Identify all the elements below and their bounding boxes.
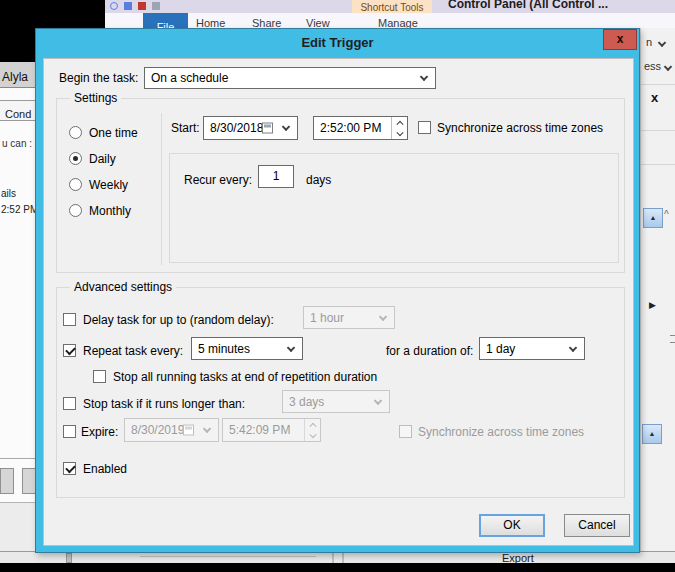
shortcut-tools-tab[interactable]: Shortcut Tools xyxy=(352,0,432,13)
tab-view[interactable]: View xyxy=(306,17,330,28)
background-left-pane: Alyla Cond u can : ails 2:52 PM xyxy=(0,0,35,572)
spinner xyxy=(304,419,320,441)
start-date-value: 8/30/2018 xyxy=(210,121,263,135)
tab-share[interactable]: Share xyxy=(252,17,281,28)
back-icon[interactable] xyxy=(110,2,118,10)
duration-label: for a duration of: xyxy=(386,344,473,358)
repeat-label: Repeat task every: xyxy=(83,344,183,358)
expand-right-icon[interactable]: ▶ xyxy=(649,300,656,310)
scroll-up-button[interactable]: ▲ xyxy=(643,208,663,228)
close-icon: x xyxy=(617,32,624,46)
chevron-down-icon xyxy=(374,396,382,404)
start-time-spinner[interactable]: 2:52:00 PM xyxy=(313,116,408,140)
stop-longer-checkbox[interactable] xyxy=(63,397,76,410)
background-right-pane: n ess x ▲ ^ ▶ ▲ xyxy=(640,28,675,551)
expire-label: Expire: xyxy=(81,425,118,439)
begin-task-label: Begin the task: xyxy=(59,71,138,85)
caret-icon: ^ xyxy=(664,209,669,220)
background-window-tab-stub[interactable]: Alyla xyxy=(0,62,35,88)
radio-weekly-label: Weekly xyxy=(89,178,128,192)
radio-monthly[interactable] xyxy=(69,204,82,217)
recur-input[interactable]: 1 xyxy=(258,165,294,188)
chevron-up-icon xyxy=(396,120,403,127)
chevron-down-icon xyxy=(203,425,211,433)
advanced-settings-legend: Advanced settings xyxy=(70,280,176,294)
background-window-title: Control Panel (All Control ... xyxy=(448,0,675,13)
start-date-picker[interactable]: 8/30/2018 xyxy=(203,116,298,140)
conditions-tab-stub[interactable]: Cond xyxy=(0,100,38,121)
chevron-down-icon xyxy=(420,73,428,81)
sync-timezones-checkbox[interactable] xyxy=(418,121,431,134)
divider xyxy=(0,458,35,459)
expire-time-spinner: 5:42:09 PM xyxy=(222,418,321,442)
radio-weekly[interactable] xyxy=(69,178,82,191)
easy-access-stub[interactable]: ess xyxy=(644,60,661,72)
recur-label: Recur every: xyxy=(184,173,252,187)
settings-legend: Settings xyxy=(70,91,121,105)
spin-down-button[interactable] xyxy=(392,128,407,139)
duration-select[interactable]: 1 day xyxy=(479,337,585,360)
stop-longer-value: 3 days xyxy=(289,395,324,409)
start-time-value: 2:52:00 PM xyxy=(320,121,381,135)
qat-save-icon[interactable] xyxy=(138,2,146,10)
dialog-title: Edit Trigger xyxy=(36,29,639,57)
repeat-interval-value: 5 minutes xyxy=(198,342,250,356)
cancel-button[interactable]: Cancel xyxy=(564,514,630,537)
repeat-checkbox[interactable] xyxy=(63,344,76,357)
ok-button[interactable]: OK xyxy=(479,514,545,537)
delay-select: 1 hour xyxy=(303,306,395,329)
chevron-down-icon xyxy=(287,343,295,351)
divider xyxy=(66,553,72,563)
screen: Shortcut Tools Control Panel (All Contro… xyxy=(0,0,675,572)
radio-daily[interactable] xyxy=(69,152,82,165)
stop-all-checkbox[interactable] xyxy=(93,370,106,383)
divider xyxy=(641,84,675,85)
divider xyxy=(140,556,316,557)
background-strip xyxy=(0,503,35,551)
tab-file[interactable]: File xyxy=(143,13,188,28)
close-button[interactable]: x xyxy=(603,29,637,50)
repeat-interval-select[interactable]: 5 minutes xyxy=(191,337,303,360)
background-black-region xyxy=(0,0,35,62)
pane-close-button[interactable]: x xyxy=(651,90,658,105)
background-black-region xyxy=(0,563,675,572)
delay-label: Delay task for up to (random delay): xyxy=(83,313,274,327)
begin-task-select[interactable]: On a schedule xyxy=(144,67,436,89)
stop-longer-label: Stop task if it runs longer than: xyxy=(83,397,245,411)
scroll-up-button[interactable]: ▲ xyxy=(642,424,662,444)
stop-all-label: Stop all running tasks at end of repetit… xyxy=(113,370,377,384)
tab-home[interactable]: Home xyxy=(196,17,225,28)
qat-misc-icon[interactable] xyxy=(152,2,160,10)
chevron-down-icon xyxy=(664,63,672,71)
calendar-icon xyxy=(183,425,194,436)
grip-icon[interactable] xyxy=(670,335,675,343)
spinner xyxy=(391,117,407,139)
calendar-icon xyxy=(262,123,273,134)
chevron-down-icon xyxy=(396,129,403,136)
shortcut-tools-label: Shortcut Tools xyxy=(360,2,423,13)
delay-value: 1 hour xyxy=(310,311,344,325)
background-button-fragment xyxy=(0,468,14,494)
ribbon-tab-row: File Home Share View Manage xyxy=(105,13,675,28)
begin-task-value: On a schedule xyxy=(151,71,228,85)
expire-checkbox[interactable] xyxy=(63,425,76,438)
delay-checkbox[interactable] xyxy=(63,313,76,326)
expire-sync-checkbox xyxy=(399,425,412,438)
recur-unit-label: days xyxy=(306,173,331,187)
spin-up-button xyxy=(305,419,320,430)
expire-sync-label: Synchronize across time zones xyxy=(418,425,584,439)
edit-trigger-dialog: Edit Trigger x Begin the task: On a sche… xyxy=(35,28,640,553)
chevron-down-icon xyxy=(379,312,387,320)
expire-date-value: 8/30/2019 xyxy=(131,423,184,437)
arrow-up-icon: ▲ xyxy=(650,214,657,221)
spin-down-button xyxy=(305,430,320,441)
duration-value: 1 day xyxy=(486,342,515,356)
tab-manage[interactable]: Manage xyxy=(378,17,418,28)
qat-window-icon[interactable] xyxy=(124,2,132,10)
open-button-stub[interactable]: n xyxy=(646,36,652,48)
spin-up-button[interactable] xyxy=(392,117,407,128)
divider xyxy=(641,130,675,131)
radio-one-time[interactable] xyxy=(69,126,82,139)
chevron-down-icon xyxy=(569,343,577,351)
enabled-checkbox[interactable] xyxy=(63,462,76,475)
